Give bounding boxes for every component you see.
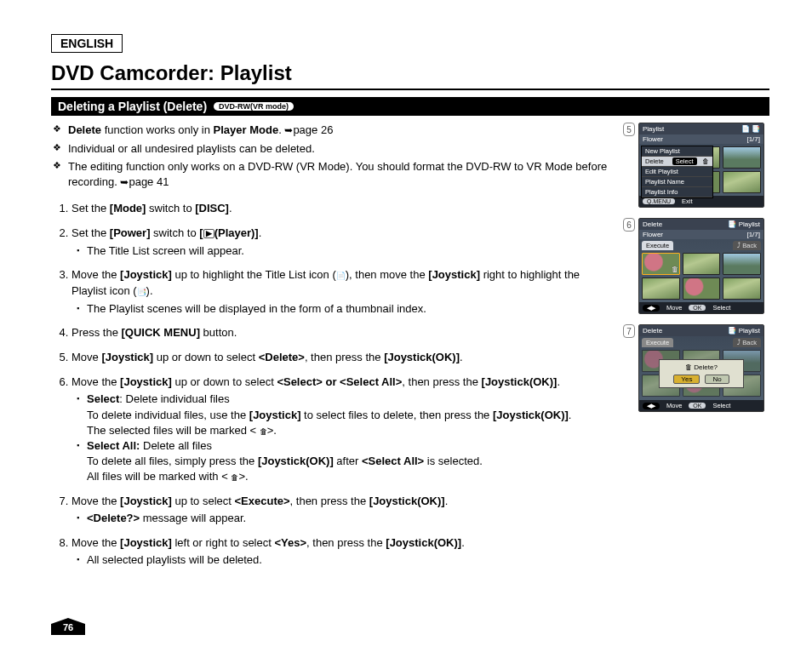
screen-footer: ◀▶Move OKSelect [639,400,763,411]
screen-title: Delete [643,327,662,335]
step-text: The selected files will be marked < [87,424,260,437]
step-bold: <Select All> [362,455,424,467]
thumbnail[interactable] [723,277,761,300]
step-item: Move [Joystick] up or down to select <De… [71,350,615,366]
instruction-column: Delete function works only in Player Mod… [51,123,615,577]
step-bold: Select [87,392,119,405]
move-pill: ◀▶ [643,305,660,312]
step-text: to select files to delete, then press th… [301,409,493,421]
step-text: . [229,202,232,214]
thumbnail[interactable] [642,277,680,300]
menu-item-label: Delete [645,157,664,165]
step-bold: [QUICK MENU] [122,326,200,339]
step-bold: [Mode] [110,202,146,214]
step-text: Press the [71,326,122,339]
screen-5: Playlist 📄 📑 Flower [1/7] [638,123,764,208]
qmenu-pill: Q.MENU [643,198,675,204]
step-item: Move the [Joystick] up or down to select… [71,375,615,485]
screen-title: Playlist [643,125,664,133]
figure-column: 5 Playlist 📄 📑 Flower [1/7] [623,123,769,577]
step-bold: [DISC] [195,202,229,214]
step-sub: The Playlist scenes will be displayed in… [77,301,615,317]
step-text: is selected. [424,455,483,467]
step-bold: [Joystick] [249,409,301,421]
step-text: All files will be marked with < [87,470,231,483]
screen-body: 🗑 Delete? Yes No [639,347,763,400]
step-bold: [Joystick(OK)] [369,495,445,507]
thumbnail[interactable] [683,253,721,275]
clip-name: Flower [643,135,663,143]
intro-item: The editing function only works on a DVD… [68,159,615,189]
step-text: Set the [71,202,110,214]
tab-row: Execute ⤴ Back [639,336,763,347]
page-number: 76 [51,618,85,635]
thumbnail[interactable] [723,253,761,275]
step-text: ). [146,284,153,297]
footer-text: Select [712,402,730,409]
step-bold: [Joystick(OK)] [386,536,461,549]
screen-7: Delete 📑 Playlist Execute ⤴ Back [638,324,764,412]
trash-icon: 🗑 [702,157,709,165]
menu-item[interactable]: Playlist Info [642,187,712,197]
intro-item: Delete function works only in Player Mod… [68,123,615,138]
back-tab[interactable]: ⤴ Back [733,338,761,347]
step-text: >. [267,424,277,437]
figure-number: 6 [623,218,635,232]
back-label: Back [742,242,757,249]
step-sub: <Delete?> message will appear. [77,511,615,526]
menu-item-selected[interactable]: Delete Select 🗑 [642,157,712,167]
step-bold: <Execute> [235,495,290,507]
screen-subheader: Flower [1/7] [639,134,763,144]
step-text: Move the [71,375,120,388]
menu-item[interactable]: New Playlist [642,146,712,157]
confirm-dialog: 🗑 Delete? Yes No [659,359,744,388]
step-text: >. [238,470,248,483]
screen-6: Delete 📑 Playlist Flower [1/7] Execute ⤴… [638,218,764,314]
step-bold: [Joystick(OK)] [384,351,460,363]
step-text: after [334,455,362,467]
tab-row: Execute ⤴ Back [639,239,763,250]
step-item: Press the [QUICK MENU] button. [71,325,615,341]
step-text: , then press the [305,351,384,363]
trash-icon: 🗑 [260,427,267,436]
back-tab[interactable]: ⤴ Back [733,241,761,250]
step-bold: Select All: [87,439,140,452]
yes-button[interactable]: Yes [673,375,700,384]
playlist-icon: 📄 📑 [741,125,760,133]
step-sub: Select All: Delete all files To delete a… [77,438,615,485]
step-text: . [259,226,262,239]
step-text: up or down to select [172,375,277,388]
page-number-text: 76 [51,618,85,635]
step-text: . [569,409,572,421]
no-button[interactable]: No [705,375,729,384]
move-pill: ◀▶ [643,403,660,409]
section-heading: Deleting a Playlist (Delete) DVD-RW(VR m… [51,97,769,116]
playlist-label: Playlist [739,327,760,335]
thumbnail[interactable] [683,277,721,300]
section-heading-text: Deleting a Playlist (Delete) [58,100,207,113]
clip-name: Flower [643,231,663,238]
step-text: , then press the [290,495,369,507]
menu-item[interactable]: Edit Playlist [642,167,712,177]
step-bold: <Delete> [259,351,305,363]
intro-list: Delete function works only in Player Mod… [68,123,615,189]
thumbnail-selected[interactable] [642,253,680,275]
playlist-badge: 📑 Playlist [728,327,760,335]
step-text: switch to [146,202,195,214]
manual-page: ENGLISH DVD Camcorder: Playlist Deleting… [0,0,812,652]
step-text: To delete all files, simply press the [87,455,258,467]
quick-menu: New Playlist Delete Select 🗑 Edit Playli… [641,146,713,198]
menu-item[interactable]: Playlist Name [642,177,712,187]
playlist-icon: 📑 [137,288,146,296]
intro-text: page 41 [129,175,169,188]
intro-item: Individual or all undesired playlists ca… [68,141,615,157]
steps-list: Set the [Mode] switch to [DISC]. Set the… [71,201,615,568]
intro-text: function works only in [101,123,214,136]
execute-tab[interactable]: Execute [642,241,673,250]
dialog-text: Delete? [694,363,718,371]
step-bold: [Power] [110,226,151,239]
execute-tab[interactable]: Execute [642,338,673,347]
step-bold: [Joystick] [120,495,172,507]
mode-badge: DVD-RW(VR mode) [214,102,294,111]
step-text: Set the [71,226,110,239]
